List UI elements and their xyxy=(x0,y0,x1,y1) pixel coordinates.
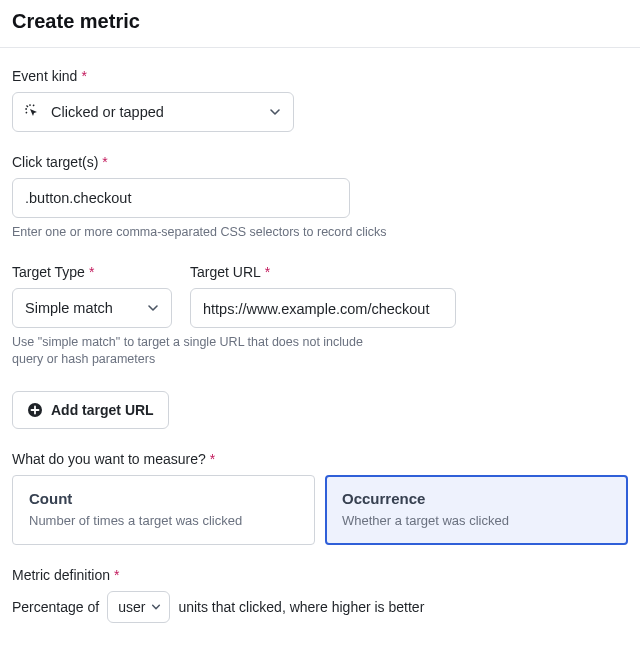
target-type-label: Target Type * xyxy=(12,264,172,280)
definition-label: Metric definition * xyxy=(12,567,628,583)
page-title: Create metric xyxy=(12,10,628,33)
measure-option-desc: Whether a target was clicked xyxy=(342,513,611,528)
required-marker: * xyxy=(210,451,215,467)
target-url-input[interactable]: https://www.example.com/checkout xyxy=(190,288,456,328)
svg-line-3 xyxy=(26,112,27,113)
chevron-down-icon xyxy=(269,106,281,118)
add-target-url-button[interactable]: Add target URL xyxy=(12,391,169,429)
add-target-url-label: Add target URL xyxy=(51,402,154,418)
svg-line-0 xyxy=(27,106,29,108)
target-url-value: https://www.example.com/checkout xyxy=(203,301,429,317)
click-targets-help: Enter one or more comma-separated CSS se… xyxy=(12,224,628,242)
target-url-col: Target URL * https://www.example.com/che… xyxy=(190,264,456,328)
chevron-down-icon xyxy=(147,302,159,314)
measure-option-title: Count xyxy=(29,490,298,507)
measure-option-title: Occurrence xyxy=(342,490,611,507)
target-url-label: Target URL * xyxy=(190,264,456,280)
measure-option-desc: Number of times a target was clicked xyxy=(29,513,298,528)
target-type-select[interactable]: Simple match xyxy=(12,288,172,328)
target-type-help: Use "simple match" to target a single UR… xyxy=(12,334,372,369)
definition-section: Metric definition * Percentage of user u… xyxy=(12,567,628,623)
measure-section: What do you want to measure? * Count Num… xyxy=(12,451,628,545)
required-marker: * xyxy=(81,68,86,84)
target-row: Target Type * Simple match Target URL * … xyxy=(12,264,628,369)
click-targets-section: Click target(s) * .button.checkout Enter… xyxy=(12,154,628,242)
measure-label: What do you want to measure? * xyxy=(12,451,628,467)
svg-line-4 xyxy=(33,105,34,106)
target-type-value: Simple match xyxy=(25,300,113,316)
required-marker: * xyxy=(114,567,119,583)
chevron-down-icon xyxy=(151,602,161,612)
add-target-section: Add target URL xyxy=(12,391,628,429)
required-marker: * xyxy=(89,264,94,280)
click-targets-input[interactable]: .button.checkout xyxy=(12,178,350,218)
definition-unit-select[interactable]: user xyxy=(107,591,170,623)
click-targets-label: Click target(s) * xyxy=(12,154,628,170)
event-kind-section: Event kind * Clicked or tapped xyxy=(12,68,628,132)
required-marker: * xyxy=(265,264,270,280)
measure-option-occurrence[interactable]: Occurrence Whether a target was clicked xyxy=(325,475,628,545)
plus-circle-icon xyxy=(27,402,43,418)
click-targets-value: .button.checkout xyxy=(25,190,131,206)
cursor-click-icon xyxy=(25,104,41,120)
create-metric-form: Event kind * Clicked or tapped xyxy=(0,48,640,645)
target-type-col: Target Type * Simple match xyxy=(12,264,172,328)
measure-option-count[interactable]: Count Number of times a target was click… xyxy=(12,475,315,545)
page-header: Create metric xyxy=(0,0,640,48)
definition-prefix: Percentage of xyxy=(12,599,99,615)
definition-suffix: units that clicked, where higher is bett… xyxy=(178,599,424,615)
event-kind-select[interactable]: Clicked or tapped xyxy=(12,92,294,132)
definition-unit-value: user xyxy=(118,599,145,615)
required-marker: * xyxy=(102,154,107,170)
event-kind-label: Event kind * xyxy=(12,68,628,84)
event-kind-value: Clicked or tapped xyxy=(51,104,164,120)
definition-row: Percentage of user units that clicked, w… xyxy=(12,591,628,623)
